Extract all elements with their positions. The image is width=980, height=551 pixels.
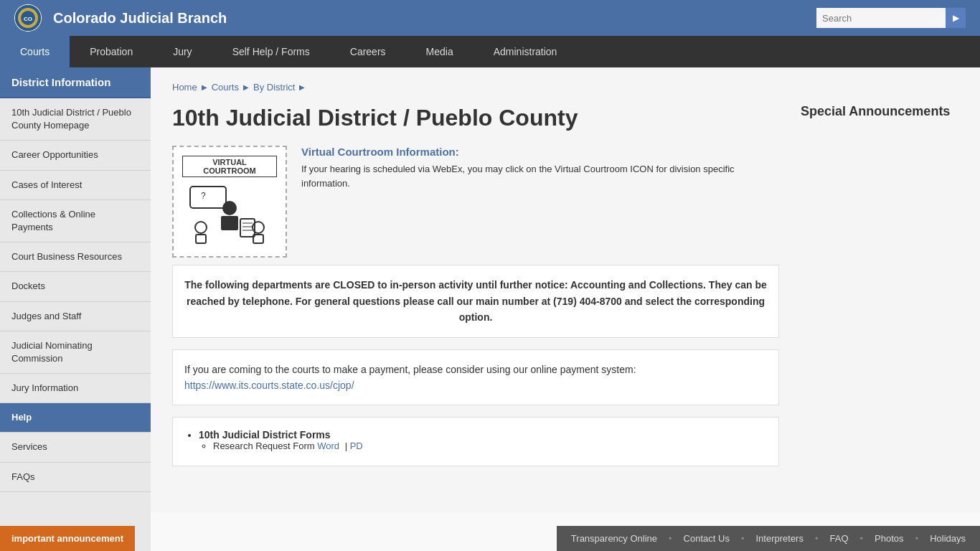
sidebar-item-jury[interactable]: Jury Information (0, 374, 151, 403)
announcement-text: The following departments are CLOSED to … (184, 279, 767, 323)
breadcrumb-sep-2: ▶ (243, 83, 249, 91)
sidebar-item-faqs[interactable]: FAQs (0, 463, 151, 492)
sidebar-item-court-business[interactable]: Court Business Resources (0, 242, 151, 272)
form-word-link[interactable]: Word (317, 441, 339, 451)
sidebar: District Information 10th Judicial Distr… (0, 67, 151, 551)
footer-holidays[interactable]: Holidays (930, 533, 966, 544)
svg-text:CO: CO (24, 16, 32, 22)
page-title: 10th Judicial District / Pueblo County (172, 104, 779, 131)
form-item: Research Request Form (213, 441, 315, 451)
search-button[interactable]: ▶ (946, 8, 966, 28)
virtual-courtroom-box[interactable]: VIRTUAL COURTROOM ? (172, 146, 287, 258)
sidebar-item-dockets[interactable]: Dockets (0, 272, 151, 301)
svg-text:?: ? (201, 191, 206, 201)
nav-item-media[interactable]: Media (406, 36, 473, 67)
footer-sep-1: • (669, 533, 672, 544)
svg-rect-13 (196, 235, 206, 243)
sidebar-item-collections[interactable]: Collections & Online Payments (0, 200, 151, 242)
svg-rect-4 (190, 187, 226, 208)
footer-interpreters[interactable]: Interpreters (755, 533, 803, 544)
svg-point-6 (222, 201, 237, 215)
payment-box: If you are coming to the courts to make … (172, 349, 779, 406)
svg-point-12 (195, 222, 207, 233)
announcement-box: The following departments are CLOSED to … (172, 265, 779, 337)
sidebar-header: District Information (0, 67, 151, 98)
virtual-courtroom-label: VIRTUAL COURTROOM (182, 156, 277, 177)
payment-text: If you are coming to the courts to make … (184, 364, 636, 375)
logo-icon: CO (15, 5, 41, 31)
footer-sep-2: • (741, 533, 745, 544)
virtual-courtroom-link[interactable]: Virtual Courtroom Information: (301, 146, 459, 158)
search-box: ▶ (816, 8, 966, 28)
sidebar-item-services[interactable]: Services (0, 433, 151, 462)
virtual-courtroom-section: VIRTUAL COURTROOM ? (172, 146, 779, 265)
side-column: Special Announcements (801, 104, 958, 466)
footer-sep-4: • (860, 533, 864, 544)
breadcrumb-home[interactable]: Home (172, 82, 197, 93)
payment-link[interactable]: https://www.its.courts.state.co.us/cjop/ (184, 380, 354, 391)
search-input[interactable] (816, 8, 946, 28)
footer-bar: Transparency Online • Contact Us • Inter… (557, 526, 980, 551)
form-pdf-link[interactable]: PD (350, 441, 363, 451)
breadcrumb-courts[interactable]: Courts (212, 82, 239, 93)
sidebar-item-nominating[interactable]: Judicial Nominating Commission (0, 331, 151, 374)
nav-item-careers[interactable]: Careers (330, 36, 406, 67)
main-content: Home ▶ Courts ▶ By District ▶ 10th Judic… (151, 67, 980, 551)
nav-item-selfhelp[interactable]: Self Help / Forms (212, 36, 330, 67)
virtual-courtroom-icon: ? (187, 183, 273, 248)
sidebar-item-cases-of-interest[interactable]: Cases of Interest (0, 171, 151, 200)
footer-sep-5: • (915, 533, 919, 544)
breadcrumb-sep-1: ▶ (202, 83, 207, 91)
sidebar-item-help[interactable]: Help (0, 403, 151, 433)
svg-rect-7 (221, 216, 238, 230)
nav-bar: Courts Probation Jury Self Help / Forms … (0, 36, 980, 67)
breadcrumb-sep-3: ▶ (299, 83, 305, 91)
header: CO Colorado Judicial Branch ▶ (0, 0, 980, 36)
footer-transparency[interactable]: Transparency Online (571, 533, 657, 544)
forms-title: 10th Judicial District Forms (199, 429, 331, 441)
logo: CO (14, 4, 42, 32)
sidebar-item-judges[interactable]: Judges and Staff (0, 302, 151, 331)
forms-section: 10th Judicial District Forms Research Re… (172, 417, 779, 466)
footer-contact[interactable]: Contact Us (684, 533, 730, 544)
sidebar-item-career-opportunities[interactable]: Career Opportunities (0, 141, 151, 170)
breadcrumb: Home ▶ Courts ▶ By District ▶ (172, 82, 958, 93)
footer-sep-3: • (815, 533, 819, 544)
virtual-info: Virtual Courtroom Information: If your h… (301, 146, 779, 190)
nav-item-jury[interactable]: Jury (153, 36, 212, 67)
nav-item-courts[interactable]: Courts (0, 36, 70, 67)
nav-item-probation[interactable]: Probation (70, 36, 153, 67)
virtual-courtroom-text: If your hearing is scheduled via WebEx, … (301, 162, 779, 190)
footer-photos[interactable]: Photos (875, 533, 903, 544)
special-announcements-title: Special Announcements (801, 104, 958, 119)
site-title: Colorado Judicial Branch (53, 10, 227, 27)
nav-item-administration[interactable]: Administration (473, 36, 578, 67)
breadcrumb-district[interactable]: By District (253, 82, 296, 93)
important-announcement-bar[interactable]: important announcement (0, 526, 135, 551)
sidebar-item-homepage[interactable]: 10th Judicial District / Pueblo County H… (0, 98, 151, 141)
footer-faq[interactable]: FAQ (830, 533, 849, 544)
